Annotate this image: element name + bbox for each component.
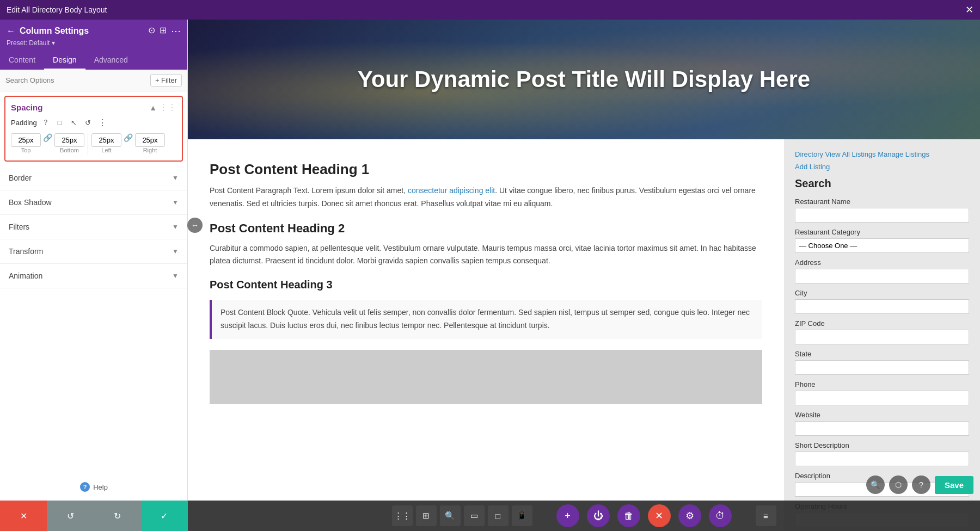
padding-top-input[interactable]: 25px: [11, 133, 41, 147]
padding-divider: [88, 133, 88, 155]
post-paragraph-1: Post Content Paragraph Text. Lorem ipsum…: [210, 184, 762, 211]
more-icon[interactable]: ⋯: [171, 25, 181, 37]
padding-bottom-label: Bottom: [60, 147, 79, 153]
toolbar-power-button[interactable]: ⏻: [587, 504, 610, 527]
spacing-title: Spacing: [11, 103, 42, 112]
padding-row: Padding ? □ ↖ ↺ ⋮: [11, 117, 176, 128]
undo-button[interactable]: ↺: [47, 501, 94, 531]
label-restaurant-name: Restaurant Name: [795, 197, 969, 206]
bottom-search-icon[interactable]: 🔍: [866, 476, 885, 494]
close-icon[interactable]: ✕: [965, 4, 973, 16]
filter-button[interactable]: + Filter: [150, 74, 182, 87]
toolbar-items-button[interactable]: ⋮⋮: [392, 505, 413, 526]
input-state[interactable]: [795, 360, 969, 375]
padding-more-icon[interactable]: ⋮: [97, 117, 108, 128]
animation-chevron-icon: ▼: [172, 272, 179, 280]
form-group-short-desc: Short Description: [795, 441, 969, 466]
label-state: State: [795, 350, 969, 358]
form-group-address: Address: [795, 258, 969, 283]
save-check-button[interactable]: ✓: [141, 501, 188, 531]
animation-title: Animation: [9, 271, 42, 280]
spacing-section: Spacing ▲ ⋮⋮ Padding ? □ ↖ ↺ ⋮: [4, 96, 183, 162]
tab-advanced[interactable]: Advanced: [85, 51, 137, 70]
toolbar-settings-button[interactable]: ⚙: [678, 504, 701, 527]
toolbar-trash-button[interactable]: 🗑: [617, 504, 640, 527]
toolbar-phone-button[interactable]: 📱: [512, 505, 532, 526]
toolbar-search-button[interactable]: 🔍: [440, 505, 461, 526]
padding-right-group: 25px Right: [135, 133, 165, 155]
box-shadow-section[interactable]: Box Shadow ▼: [0, 190, 187, 215]
toolbar-bars-button[interactable]: ≡: [756, 505, 776, 526]
left-right-link-icon[interactable]: 🔗: [121, 133, 135, 155]
panel-tabs: Content Design Advanced: [0, 51, 187, 70]
left-panel: ← Column Settings ⊙ ⊞ ⋯ Preset: Default …: [0, 20, 188, 531]
form-group-restaurant-name: Restaurant Name: [795, 197, 969, 223]
toolbar-close-button[interactable]: ✕: [648, 504, 671, 527]
border-title: Border: [9, 174, 32, 182]
post-link[interactable]: consectetur adipiscing elit: [408, 186, 495, 195]
breadcrumb-directory[interactable]: Directory View: [795, 150, 841, 158]
padding-top-label: Top: [21, 147, 31, 153]
padding-cursor-icon[interactable]: ↖: [69, 117, 79, 128]
move-handle[interactable]: ↔: [187, 218, 203, 233]
redo-button[interactable]: ↻: [94, 501, 141, 531]
add-listing-link[interactable]: Add Listing: [795, 163, 969, 171]
animation-section[interactable]: Animation ▼: [0, 264, 187, 288]
help-label: Help: [93, 483, 108, 491]
bottom-toolbar: ⋮⋮ ⊞ 🔍 ▭ □ 📱 + ⏻ 🗑 ✕ ⚙ ⏱ ≡: [188, 501, 980, 531]
transform-section[interactable]: Transform ▼: [0, 239, 187, 264]
tab-content[interactable]: Content: [0, 51, 44, 70]
post-blockquote: Post Content Block Quote. Vehicula velit…: [210, 300, 762, 339]
post-heading-2: Post Content Heading 2: [210, 221, 762, 236]
padding-help-icon[interactable]: ?: [40, 117, 51, 128]
panel-preset[interactable]: Preset: Default ▾: [7, 39, 181, 47]
panel-header: ← Column Settings ⊙ ⊞ ⋯ Preset: Default …: [0, 20, 187, 51]
padding-icons: ? □ ↖ ↺ ⋮: [40, 117, 108, 128]
hero-banner: Your Dynamic Post Title Will Display Her…: [188, 20, 980, 139]
padding-right-input[interactable]: 25px: [135, 133, 165, 147]
bottom-help-icon[interactable]: ?: [912, 476, 930, 494]
search-bar: + Filter: [0, 70, 187, 91]
breadcrumb-manage[interactable]: Manage Listings: [878, 150, 929, 158]
padding-left-input[interactable]: 25px: [91, 133, 121, 147]
toolbar-add-button[interactable]: +: [556, 504, 579, 527]
columns-icon[interactable]: ⊞: [160, 25, 167, 37]
input-restaurant-name[interactable]: [795, 208, 969, 223]
drag-handle-icon[interactable]: ⋮⋮: [159, 102, 176, 113]
border-section[interactable]: Border ▼: [0, 166, 187, 190]
save-button[interactable]: Save: [935, 476, 973, 494]
panel-body: Spacing ▲ ⋮⋮ Padding ? □ ↖ ↺ ⋮: [0, 91, 187, 531]
breadcrumb-all-listings[interactable]: All Listings: [842, 150, 875, 158]
search-widget-title: Search: [795, 177, 969, 190]
input-city[interactable]: [795, 299, 969, 314]
search-input[interactable]: [5, 76, 146, 84]
padding-label: Padding: [11, 119, 37, 127]
tab-design[interactable]: Design: [44, 51, 85, 70]
label-restaurant-category: Restaurant Category: [795, 228, 969, 236]
input-address[interactable]: [795, 269, 969, 283]
input-phone[interactable]: [795, 391, 969, 405]
input-zip[interactable]: [795, 330, 969, 344]
toolbar-monitor-button[interactable]: □: [488, 505, 509, 526]
padding-box-icon[interactable]: □: [54, 117, 65, 128]
toolbar-timer-button[interactable]: ⏱: [709, 504, 732, 527]
back-icon[interactable]: ←: [7, 26, 15, 36]
toolbar-grid-button[interactable]: ⊞: [416, 505, 437, 526]
toolbar-section-left: ⋮⋮ ⊞ 🔍 ▭ □ 📱: [381, 505, 543, 526]
cancel-button[interactable]: ✕: [0, 501, 47, 531]
main-column: Post Content Heading 1 Post Content Para…: [188, 139, 784, 531]
collapse-icon[interactable]: ▲: [149, 103, 157, 112]
bottom-layers-icon[interactable]: ⬡: [889, 476, 908, 494]
top-bottom-link-icon[interactable]: 🔗: [41, 133, 54, 155]
padding-reset-icon[interactable]: ↺: [83, 117, 94, 128]
select-restaurant-category[interactable]: — Choose One —: [795, 238, 969, 253]
help-button[interactable]: ? Help: [80, 482, 108, 492]
padding-bottom-input[interactable]: 25px: [54, 133, 84, 147]
toolbar-tablet-button[interactable]: ▭: [464, 505, 485, 526]
panel-title-icons: ⊙ ⊞ ⋯: [148, 25, 181, 37]
filters-section[interactable]: Filters ▼: [0, 215, 187, 239]
target-icon[interactable]: ⊙: [148, 25, 155, 37]
input-short-desc[interactable]: [795, 452, 969, 466]
breadcrumb: Directory View All Listings Manage Listi…: [795, 150, 969, 158]
input-website[interactable]: [795, 421, 969, 436]
